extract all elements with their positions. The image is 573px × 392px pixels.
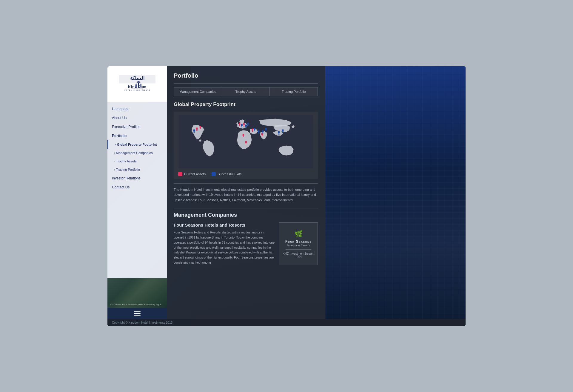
four-seasons-logo: 🌿 Four Seasons Hotels and Resorts KHC In… <box>282 230 315 259</box>
sidebar: المملكة KinGDom HOTEL INVESTMENTS <box>107 66 167 319</box>
photo-caption: Photo: Four Seasons Hotel Toronto by nig… <box>110 303 161 306</box>
four-seasons-description: Four Seasons Hotels and Resorts started … <box>174 230 275 265</box>
divider-1 <box>174 83 318 84</box>
map-section-title: Global Property Footprint <box>174 102 318 107</box>
mgmt-companies-title: Management Companies <box>174 212 318 218</box>
four-seasons-logo-box: 🌿 Four Seasons Hotels and Resorts KHC In… <box>279 222 318 265</box>
legend-successful-exits: Successful Exits <box>212 172 241 176</box>
svg-rect-37 <box>258 130 259 132</box>
svg-rect-17 <box>243 123 245 125</box>
four-seasons-name: Four Seasons Hotels and Resorts <box>174 222 275 227</box>
svg-rect-43 <box>278 131 280 133</box>
svg-rect-41 <box>265 128 267 130</box>
divider-3 <box>174 208 318 208</box>
portfolio-title: Portfolio <box>174 72 318 79</box>
main-content: Portfolio Management Companies Trophy As… <box>167 66 325 319</box>
sidebar-item-global-property-footprint[interactable]: Global Property Footprint <box>107 140 167 149</box>
legend-current-assets: Current Assets <box>178 172 206 176</box>
footer-copyright: Copyright © Kingdom Hotel Investments 20… <box>112 321 172 324</box>
four-seasons-text: Four Seasons Hotels and Resorts Four Sea… <box>174 222 275 265</box>
sidebar-item-trading-portfolio[interactable]: Trading Portfolio <box>107 165 167 174</box>
divider-2 <box>174 183 318 184</box>
footer: Copyright © Kingdom Hotel Investments 20… <box>107 319 466 326</box>
svg-rect-35 <box>254 128 255 130</box>
four-seasons-tree-icon: 🌿 <box>282 230 315 238</box>
sidebar-item-investor-relations[interactable]: Investor Relations <box>107 174 167 183</box>
khc-investment-label: KHC Investment began: 1994 <box>282 252 315 259</box>
svg-rect-23 <box>245 141 247 143</box>
svg-rect-19 <box>252 128 253 130</box>
svg-rect-45 <box>282 129 284 131</box>
nav-menu: Homepage About Us Executive Profiles Por… <box>107 102 167 278</box>
world-map-container: Current Assets Successful Exits <box>174 112 318 179</box>
four-seasons-logo-sub: Hotels and Resorts <box>282 244 315 247</box>
legend-current-label: Current Assets <box>184 172 206 176</box>
sidebar-item-portfolio[interactable]: Portfolio <box>107 131 167 140</box>
svg-rect-39 <box>262 130 264 132</box>
tab-management-companies[interactable]: Management Companies <box>174 87 222 96</box>
svg-rect-33 <box>247 123 249 125</box>
portfolio-tabs: Management Companies Trophy Assets Tradi… <box>174 87 318 96</box>
svg-text:المملكة: المملكة <box>130 76 144 81</box>
legend-dot-exits <box>212 172 216 176</box>
hamburger-icon <box>134 311 141 316</box>
four-seasons-block: Four Seasons Hotels and Resorts Four Sea… <box>174 222 318 265</box>
svg-rect-11 <box>196 127 198 130</box>
svg-text:HOTEL INVESTMENTS: HOTEL INVESTMENTS <box>124 89 150 91</box>
four-seasons-logo-name: Four Seasons <box>282 239 315 244</box>
main-layout: المملكة KinGDom HOTEL INVESTMENTS <box>107 66 466 319</box>
svg-rect-15 <box>239 123 240 125</box>
app-frame: المملكة KinGDom HOTEL INVESTMENTS <box>107 66 466 326</box>
sidebar-item-contact-us[interactable]: Contact Us <box>107 183 167 192</box>
legend-exits-label: Successful Exits <box>218 172 241 176</box>
logo-area: المملكة KinGDom HOTEL INVESTMENTS <box>107 66 167 102</box>
sidebar-hamburger-button[interactable] <box>107 308 167 319</box>
legend-dot-current <box>178 172 182 176</box>
sidebar-item-trophy-assets[interactable]: Trophy Assets <box>107 157 167 165</box>
world-map <box>177 115 315 168</box>
svg-rect-29 <box>241 124 242 126</box>
tab-trading-portfolio[interactable]: Trading Portfolio <box>270 87 318 96</box>
sidebar-photo: Photo: Four Seasons Hotel Toronto by nig… <box>107 278 167 308</box>
sidebar-item-about-us[interactable]: About Us <box>107 113 167 122</box>
svg-text:KinGDom: KinGDom <box>128 85 147 89</box>
svg-rect-31 <box>245 124 247 127</box>
four-seasons-logo-divider <box>286 249 311 250</box>
svg-rect-27 <box>193 129 195 131</box>
svg-rect-21 <box>243 134 244 136</box>
map-legend: Current Assets Successful Exits <box>177 172 315 176</box>
sidebar-item-management-companies[interactable]: Management Companies <box>107 149 167 157</box>
svg-rect-13 <box>200 126 201 128</box>
kingdom-logo: المملكة KinGDom HOTEL INVESTMENTS <box>118 74 157 95</box>
sidebar-item-executive-profiles[interactable]: Executive Profiles <box>107 122 167 131</box>
tab-trophy-assets[interactable]: Trophy Assets <box>222 87 270 96</box>
portfolio-description: The Kingdom Hotel Investments global rea… <box>174 187 318 203</box>
sidebar-item-homepage[interactable]: Homepage <box>107 104 167 113</box>
